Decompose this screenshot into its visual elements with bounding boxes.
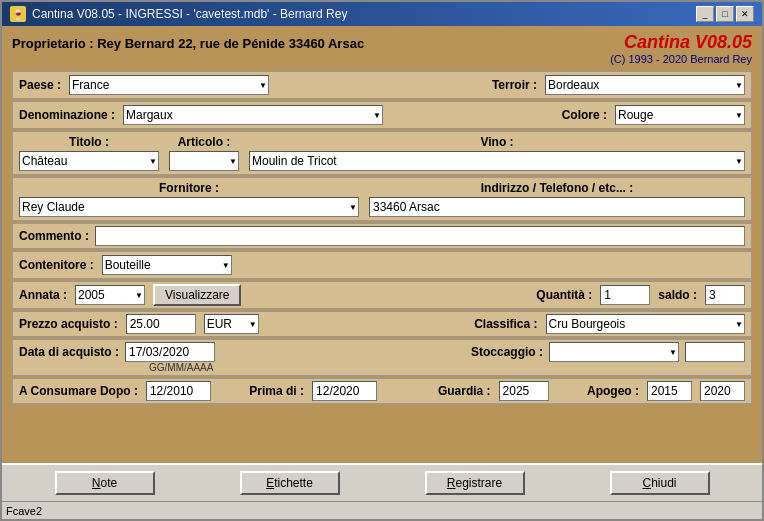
consumare-guardia-row: A Consumare Dopo : Prima di : Guardia : …	[12, 378, 752, 404]
annata-select[interactable]: 2005	[75, 285, 145, 305]
content-area: Proprietario : Rey Bernard 22, rue de Pé…	[2, 26, 762, 463]
commento-row: Commento :	[12, 223, 752, 249]
prima-di-input[interactable]	[312, 381, 377, 401]
currency-select[interactable]: EUR	[204, 314, 259, 334]
terroir-label: Terroir :	[492, 78, 537, 92]
app-icon: 🍷	[10, 6, 26, 22]
vino-select[interactable]: Moulin de Tricot	[249, 151, 745, 171]
header-row: Proprietario : Rey Bernard 22, rue de Pé…	[12, 32, 752, 65]
guardia-input[interactable]	[499, 381, 549, 401]
guardia-label: Guardia :	[438, 384, 491, 398]
minimize-button[interactable]: _	[696, 6, 714, 22]
apogeo2-input[interactable]	[700, 381, 745, 401]
apogeo1-input[interactable]	[647, 381, 692, 401]
stoccaggio-select-wrap	[549, 342, 679, 362]
note-button[interactable]: Note	[55, 471, 155, 495]
commento-input[interactable]	[95, 226, 745, 246]
paese-select-wrap: France	[69, 75, 269, 95]
articolo-select[interactable]	[169, 151, 239, 171]
terroir-select[interactable]: Bordeaux	[545, 75, 745, 95]
paese-select[interactable]: France	[69, 75, 269, 95]
fornitore-indirizzo-row: Fornitore : Rey Claude Indirizzo / Telef…	[12, 177, 752, 221]
indirizzo-label: Indirizzo / Telefono / etc... :	[369, 181, 745, 195]
fornitore-select[interactable]: Rey Claude	[19, 197, 359, 217]
status-text: Fcave2	[6, 505, 42, 517]
titolo-articolo-vino-row: Titolo : Château Articolo :	[12, 131, 752, 175]
window-title: Cantina V08.05 - INGRESSI - 'cavetest.md…	[32, 7, 347, 21]
saldo-input[interactable]	[705, 285, 745, 305]
title-bar-left: 🍷 Cantina V08.05 - INGRESSI - 'cavetest.…	[10, 6, 347, 22]
denom-colore-row: Denominazione : Margaux Colore : Rouge	[12, 101, 752, 129]
articolo-select-wrap	[169, 151, 239, 171]
button-row: Note Etichette Registrare Chiudi	[2, 463, 762, 501]
contenitore-label: Contenitore :	[19, 258, 94, 272]
chiudi-label: hiudi	[651, 476, 676, 490]
etichette-underline: E	[266, 476, 274, 490]
denominazione-select-wrap: Margaux	[123, 105, 383, 125]
stoccaggio-label: Stoccaggio :	[471, 345, 543, 359]
quantita-label: Quantità :	[536, 288, 592, 302]
classifica-label: Classifica :	[474, 317, 537, 331]
paese-label: Paese :	[19, 78, 61, 92]
apogeo-label: Apogeo :	[587, 384, 639, 398]
data-acquisto-input[interactable]	[125, 342, 215, 362]
maximize-button[interactable]: □	[716, 6, 734, 22]
titolo-select-wrap: Château	[19, 151, 159, 171]
titolo-select[interactable]: Château	[19, 151, 159, 171]
contenitore-select[interactable]: Bouteille	[102, 255, 232, 275]
stoccaggio-input[interactable]	[685, 342, 745, 362]
etichette-button[interactable]: Etichette	[240, 471, 340, 495]
data-stoccaggio-row: Data di acquisto : GG/MM/AAAA Stoccaggio…	[12, 339, 752, 376]
title-bar-controls: _ □ ✕	[696, 6, 754, 22]
registrare-label: egistrare	[455, 476, 502, 490]
contenitore-select-wrap: Bouteille	[102, 255, 232, 275]
contenitore-annata-row: Contenitore : Bouteille	[12, 251, 752, 279]
terroir-select-wrap: Bordeaux	[545, 75, 745, 95]
currency-select-wrap: EUR	[204, 314, 259, 334]
annata-label: Annata :	[19, 288, 67, 302]
a-consumare-label: A Consumare Dopo :	[19, 384, 138, 398]
colore-select[interactable]: Rouge	[615, 105, 745, 125]
title-bar: 🍷 Cantina V08.05 - INGRESSI - 'cavetest.…	[2, 2, 762, 26]
app-title-block: Cantina V08.05 (C) 1993 - 2020 Bernard R…	[610, 32, 752, 65]
chiudi-button[interactable]: Chiudi	[610, 471, 710, 495]
annata-select-wrap: 2005	[75, 285, 145, 305]
classifica-select-wrap: Cru Bourgeois	[546, 314, 745, 334]
app-title-main: Cantina V08.05	[610, 32, 752, 53]
note-label: ote	[100, 476, 117, 490]
status-bar: Fcave2	[2, 501, 762, 519]
stoccaggio-select[interactable]	[549, 342, 679, 362]
prezzo-label: Prezzo acquisto :	[19, 317, 118, 331]
fornitore-select-wrap: Rey Claude	[19, 197, 359, 217]
prezzo-classifica-row: Prezzo acquisto : EUR Classifica : Cru B…	[12, 311, 752, 337]
proprietario-label: Proprietario : Rey Bernard 22, rue de Pé…	[12, 32, 364, 51]
articolo-label: Articolo :	[169, 135, 239, 149]
data-hint: GG/MM/AAAA	[19, 362, 215, 373]
data-acquisto-label: Data di acquisto :	[19, 345, 119, 359]
close-button[interactable]: ✕	[736, 6, 754, 22]
classifica-select[interactable]: Cru Bourgeois	[546, 314, 745, 334]
vino-label: Vino :	[249, 135, 745, 149]
annata-qty-row: Annata : 2005 Visualizzare Quantità : sa…	[12, 281, 752, 309]
registrare-button[interactable]: Registrare	[425, 471, 525, 495]
etichette-label: tichette	[274, 476, 313, 490]
titolo-label: Titolo :	[19, 135, 159, 149]
visualizzare-button[interactable]: Visualizzare	[153, 284, 241, 306]
colore-select-wrap: Rouge	[615, 105, 745, 125]
app-title-sub: (C) 1993 - 2020 Bernard Rey	[610, 53, 752, 65]
commento-label: Commento :	[19, 229, 89, 243]
main-window: 🍷 Cantina V08.05 - INGRESSI - 'cavetest.…	[0, 0, 764, 521]
saldo-label: saldo :	[658, 288, 697, 302]
indirizzo-input[interactable]	[369, 197, 745, 217]
quantita-input[interactable]	[600, 285, 650, 305]
paese-terroir-row: Paese : France Terroir : Bordeaux	[12, 71, 752, 99]
fornitore-label: Fornitore :	[19, 181, 359, 195]
prezzo-input[interactable]	[126, 314, 196, 334]
denominazione-select[interactable]: Margaux	[123, 105, 383, 125]
colore-label: Colore :	[562, 108, 607, 122]
prima-di-label: Prima di :	[249, 384, 304, 398]
vino-select-wrap: Moulin de Tricot	[249, 151, 745, 171]
a-consumare-input[interactable]	[146, 381, 211, 401]
denominazione-label: Denominazione :	[19, 108, 115, 122]
chiudi-underline: C	[642, 476, 651, 490]
